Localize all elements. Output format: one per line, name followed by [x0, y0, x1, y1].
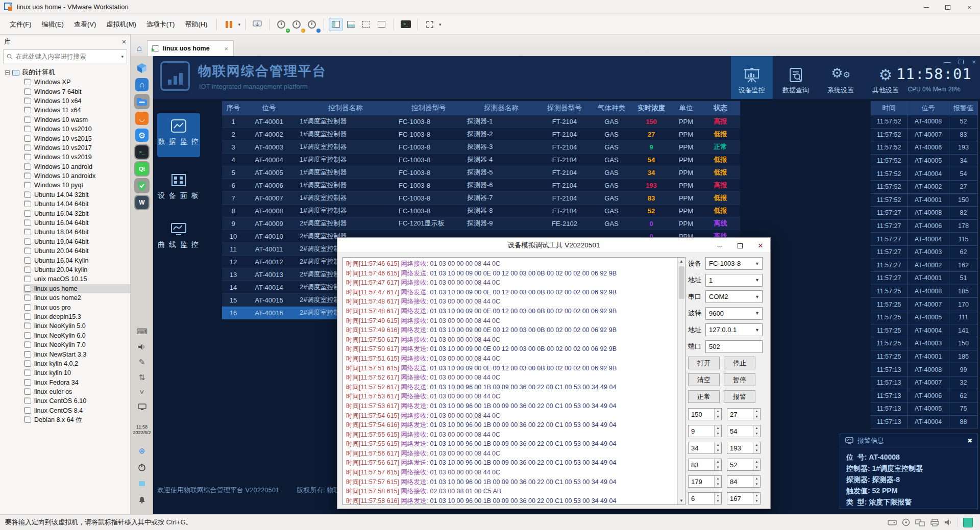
spinner-arrows[interactable]: ▲▼ — [714, 493, 721, 504]
dialog-button[interactable]: 正常 — [688, 390, 720, 403]
maximize-button[interactable] — [937, 0, 959, 14]
close-button[interactable]: × — [959, 0, 980, 14]
tray-icon[interactable] — [136, 477, 148, 490]
alarm-list-row[interactable]: 11:57:25 AT-40003 150 — [871, 337, 978, 350]
vm-list-item[interactable]: linux Fedora 34 — [23, 378, 130, 387]
vm-list-item[interactable]: linux uos home2 — [23, 293, 130, 302]
alarm-list-row[interactable]: 11:57:27 AT-40008 82 — [871, 207, 978, 220]
combo-arrow-icon[interactable]: ▼ — [755, 294, 760, 299]
vm-list-item[interactable]: linux NeoKylin 6.0 — [23, 331, 130, 340]
dialog-button[interactable]: 报警 — [724, 390, 755, 403]
collapse-icon[interactable]: ˅ — [136, 386, 148, 398]
alarm-list-row[interactable]: 11:57:13 AT-40007 32 — [871, 376, 978, 390]
notification-bell-icon[interactable] — [136, 494, 148, 506]
vm-list-item[interactable]: Debian 8.x 64 位 — [23, 415, 130, 424]
topnav-system-settings[interactable]: ⚙⚙ 系统设置 — [820, 56, 862, 99]
alarm-list-row[interactable]: 11:57:52 AT-40004 54 — [871, 167, 978, 181]
pause-vm-icon[interactable] — [222, 18, 236, 31]
show-thumbnail-bar-icon[interactable] — [344, 18, 358, 31]
scroll-thumb[interactable] — [679, 266, 684, 299]
menu-item[interactable]: 查看(V) — [69, 17, 101, 32]
open-console-icon[interactable]: >_ — [399, 18, 413, 31]
alarm-list-row[interactable]: 11:57:13 AT-40008 99 — [871, 363, 978, 376]
dialog-maximize-icon[interactable] — [733, 242, 747, 249]
vm-list-item[interactable]: linux deepin15.3 — [23, 312, 130, 321]
vm-list-item[interactable]: Windows 10 x64 — [23, 96, 130, 106]
device-table-row[interactable]: 8 AT-40008 1#调度室控制器 FC-1003-8 探测器-8 FT-2… — [222, 205, 740, 217]
field-input[interactable]: COM2 ▼ — [705, 290, 763, 303]
alarm-list-row[interactable]: 11:57:52 AT-40006 193 — [871, 141, 978, 155]
display-icon[interactable] — [136, 401, 148, 413]
fit-guest-icon[interactable] — [359, 18, 374, 31]
sidenav-curve-monitor[interactable]: 曲 线 监 控 — [157, 216, 200, 260]
alarm-list-row[interactable]: 11:57:27 AT-40001 51 — [871, 272, 978, 285]
control-center-icon[interactable]: ⚙ — [134, 128, 150, 143]
hard-disk-icon[interactable] — [888, 519, 897, 526]
dialog-button[interactable]: 清空 — [688, 373, 720, 386]
value-spinner[interactable]: 34 ▲▼ — [688, 442, 722, 454]
combo-arrow-icon[interactable]: ▼ — [755, 327, 760, 333]
minimize-button[interactable] — [916, 0, 937, 14]
spinner-arrows[interactable]: ▲▼ — [753, 442, 760, 453]
qt-creator-icon[interactable]: Qt — [134, 161, 150, 176]
app-store-icon[interactable]: ◡ — [134, 111, 150, 126]
alarm-list-row[interactable]: 11:57:52 AT-40008 52 — [871, 115, 978, 129]
combo-arrow-icon[interactable]: ▼ — [755, 277, 760, 283]
vm-list-item[interactable]: Ubuntu 16.04 Kylin — [23, 256, 130, 265]
vm-list-item[interactable]: Ubuntu 16.04 32bit — [23, 209, 130, 218]
fullscreen-dropdown-icon[interactable]: ▾ — [439, 22, 442, 27]
dialog-titlebar[interactable]: 设备模拟调试工具 V20220501 ✕ — [337, 238, 770, 253]
alarm-list-row[interactable]: 11:57:52 AT-40005 34 — [871, 155, 978, 168]
topnav-device-monitor[interactable]: 设备监控 — [731, 56, 773, 99]
library-close-icon[interactable]: × — [122, 38, 126, 46]
dock-clock[interactable]: 11:582022/5/2 — [131, 424, 153, 436]
alarm-list-row[interactable]: 11:57:25 AT-40008 185 — [871, 285, 978, 298]
snapshot-manager-icon[interactable] — [305, 18, 319, 31]
vm-list-item[interactable]: Windows 10 vs2017 — [23, 143, 130, 153]
security-shield-icon[interactable] — [134, 178, 150, 193]
alarm-list-row[interactable]: 11:57:13 AT-40005 75 — [871, 402, 978, 416]
vm-list-item[interactable]: unix macOS 10.15 — [23, 274, 130, 284]
vm-list-item[interactable]: Ubuntu 20.04 kylin — [23, 265, 130, 274]
value-spinner[interactable]: 193 ▲▼ — [727, 442, 761, 454]
dialog-close-icon[interactable]: ✕ — [754, 242, 767, 249]
log-scrollbar[interactable]: ▲ ▼ — [677, 258, 685, 504]
pause-dropdown-icon[interactable]: ▾ — [238, 22, 240, 27]
app-maximize-icon[interactable] — [959, 60, 964, 64]
show-library-icon[interactable] — [329, 18, 343, 31]
alarm-list-row[interactable]: 11:57:13 AT-40004 88 — [871, 416, 978, 429]
alarm-list-row[interactable]: 11:57:27 AT-40004 115 — [871, 233, 978, 246]
value-spinner[interactable]: 150 ▲▼ — [688, 408, 722, 420]
spinner-arrows[interactable]: ▲▼ — [714, 442, 721, 453]
device-table-row[interactable]: 3 AT-40003 1#调度室控制器 FC-1003-8 探测器-3 FT-2… — [222, 141, 740, 154]
alarm-list-row[interactable]: 11:57:27 AT-40002 162 — [871, 259, 978, 272]
field-input[interactable]: 9600 ▼ — [705, 307, 763, 320]
vm-list-item[interactable]: Ubuntu 14.04 64bit — [23, 199, 130, 209]
take-snapshot-icon[interactable]: + — [274, 18, 288, 31]
vm-list-item[interactable]: Windows 10 wasm — [23, 115, 130, 124]
vm-list-item[interactable]: linux kylin 4.0.2 — [23, 359, 130, 368]
dialog-button[interactable]: 停止 — [724, 357, 755, 369]
library-search[interactable]: ▾ — [3, 49, 127, 63]
spinner-arrows[interactable]: ▲▼ — [714, 476, 721, 487]
sidenav-data-monitor[interactable]: 数 据 监 控 — [157, 113, 200, 157]
alarm-list-row[interactable]: 11:57:25 AT-40004 141 — [871, 324, 978, 338]
tree-collapse-icon[interactable] — [5, 70, 10, 75]
device-table-row[interactable]: 9 AT-40009 2#调度室控制器 FC-1201显示板 探测器-9 FE-… — [222, 217, 740, 230]
dialog-button[interactable]: 暂停 — [724, 373, 755, 386]
device-table-row[interactable]: 4 AT-40004 1#调度室控制器 FC-1003-8 探测器-4 FT-2… — [222, 154, 740, 166]
vm-list-item[interactable]: linux uos pro — [23, 302, 130, 312]
value-spinner[interactable]: 52 ▲▼ — [727, 459, 761, 471]
value-spinner[interactable]: 83 ▲▼ — [688, 459, 722, 471]
vm-list-item[interactable]: Windows 10 androidx — [23, 171, 130, 181]
vm-list-item[interactable]: Ubuntu 18.04 64bit — [23, 228, 130, 237]
value-spinner[interactable]: 179 ▲▼ — [688, 475, 722, 488]
alarm-list-row[interactable]: 11:57:52 AT-40007 83 — [871, 129, 978, 142]
vm-list-item[interactable]: Windows 7 64bit — [23, 87, 130, 96]
field-input[interactable]: 502 ▼ — [705, 340, 763, 353]
menu-item[interactable]: 编辑(E) — [37, 17, 68, 32]
field-input[interactable]: FC-1003-8 ▼ — [705, 257, 763, 270]
scroll-up-icon[interactable]: ▲ — [678, 258, 685, 265]
alarm-list-row[interactable]: 11:57:27 AT-40003 62 — [871, 246, 978, 259]
value-spinner[interactable]: 84 ▲▼ — [727, 475, 761, 488]
